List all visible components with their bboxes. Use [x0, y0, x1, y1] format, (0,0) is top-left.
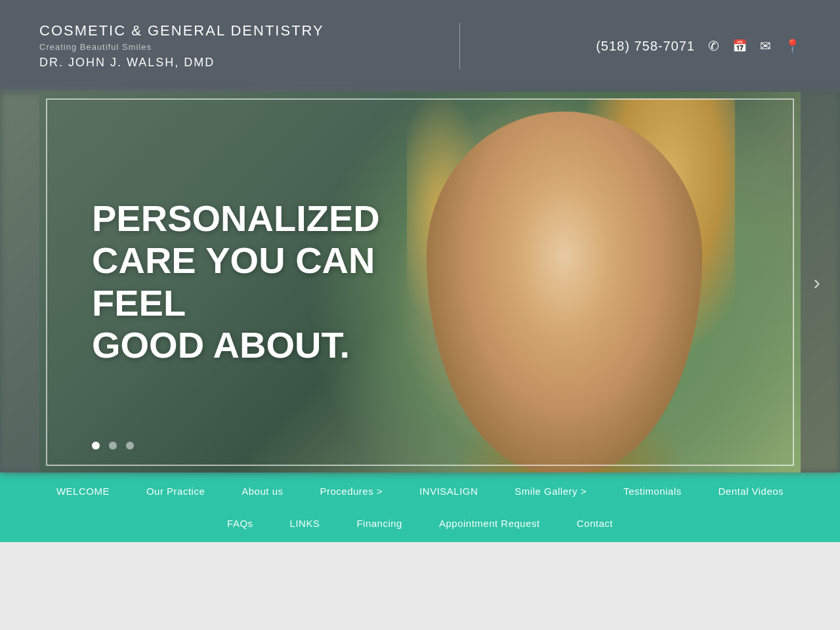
nav-our-practice[interactable]: Our Practice	[128, 483, 223, 499]
nav-links[interactable]: LINKS	[272, 515, 339, 532]
site-title: COSMETIC & GENERAL DENTISTRY	[39, 22, 324, 39]
headline-line3: GOOD ABOUT.	[92, 324, 350, 366]
slider-dot-1[interactable]	[92, 442, 100, 450]
headline-line1: PERSONALIZED	[92, 198, 380, 239]
hero-slider-wrapper: PERSONALIZED CARE YOU CAN FEEL GOOD ABOU…	[0, 92, 840, 472]
slider-dots	[92, 442, 134, 450]
location-icon[interactable]: 📍	[784, 38, 801, 54]
header-contact: (518) 758-7071 ✆ 📅 ✉ 📍	[596, 38, 801, 54]
nav-faqs[interactable]: FAQs	[209, 515, 272, 532]
calendar-icon[interactable]: 📅	[732, 39, 747, 53]
slide-text-block: PERSONALIZED CARE YOU CAN FEEL GOOD ABOU…	[92, 198, 459, 367]
nav-procedures[interactable]: Procedures >	[301, 483, 401, 499]
nav-row-2: FAQs LINKS Financing Appointment Request…	[0, 507, 840, 542]
doctor-name: DR. JOHN J. WALSH, DMD	[39, 56, 324, 70]
nav-appointment-request[interactable]: Appointment Request	[421, 515, 558, 532]
phone-number[interactable]: (518) 758-7071	[596, 39, 695, 54]
nav-row-1: WELCOME Our Practice About us Procedures…	[0, 472, 840, 507]
slide-headline: PERSONALIZED CARE YOU CAN FEEL GOOD ABOU…	[92, 198, 459, 367]
nav-about-us[interactable]: About us	[223, 483, 301, 499]
slider-dot-3[interactable]	[126, 442, 134, 450]
header-divider	[459, 23, 460, 69]
slider-dot-2[interactable]	[109, 442, 117, 450]
nav-financing[interactable]: Financing	[338, 515, 421, 532]
headline-line2: CARE YOU CAN FEEL	[92, 240, 375, 324]
site-header: COSMETIC & GENERAL DENTISTRY Creating Be…	[0, 0, 840, 92]
nav-contact[interactable]: Contact	[558, 515, 631, 532]
nav-testimonials[interactable]: Testimonials	[605, 483, 700, 499]
email-icon[interactable]: ✉	[760, 38, 771, 54]
nav-dental-videos[interactable]: Dental Videos	[700, 483, 802, 499]
nav-welcome[interactable]: WELCOME	[38, 483, 128, 499]
header-branding: COSMETIC & GENERAL DENTISTRY Creating Be…	[39, 22, 324, 70]
nav-smile-gallery[interactable]: Smile Gallery >	[496, 483, 605, 499]
main-navbar: WELCOME Our Practice About us Procedures…	[0, 472, 840, 542]
site-subtitle: Creating Beautiful Smiles	[39, 42, 324, 52]
slider-next-arrow[interactable]: ›	[807, 264, 827, 301]
slider-container: PERSONALIZED CARE YOU CAN FEEL GOOD ABOU…	[39, 92, 801, 472]
nav-invisalign[interactable]: INVISALIGN	[401, 483, 496, 499]
phone-icon[interactable]: ✆	[708, 38, 719, 54]
